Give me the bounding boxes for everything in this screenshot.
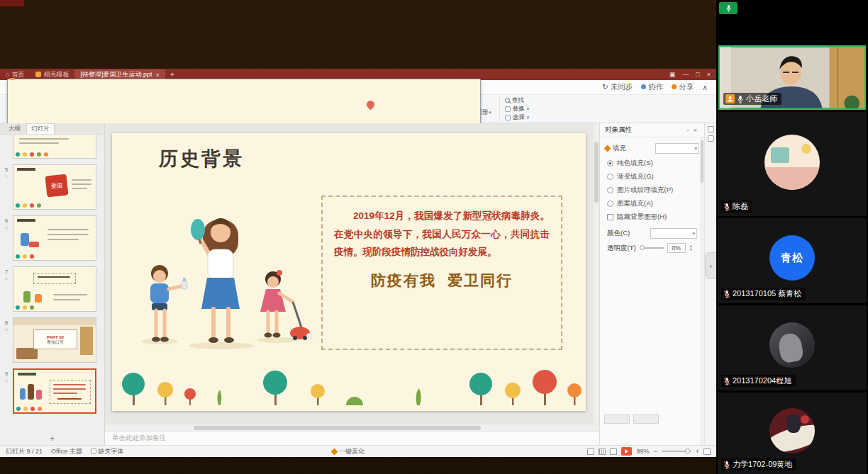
docer-icon: [35, 72, 41, 77]
fill-preset-select[interactable]: ▾: [655, 143, 699, 154]
trees-decoration: [112, 359, 586, 410]
collapse-panel-button[interactable]: ›: [705, 252, 716, 279]
normal-view-icon[interactable]: [587, 448, 594, 455]
minimize-icon[interactable]: —: [682, 71, 689, 78]
option-gradient-fill[interactable]: 渐变填充(G): [600, 170, 704, 184]
share-button[interactable]: 分享: [672, 82, 694, 92]
close-window-icon[interactable]: ×: [707, 71, 711, 78]
animation-tab-icon[interactable]: [708, 135, 714, 142]
replace-button[interactable]: 替换▾: [505, 105, 530, 113]
step-down-icon: ▼: [689, 248, 693, 252]
aiguo-stamp: 爱国: [45, 174, 69, 198]
new-slide-ribbon-button[interactable]: 新建幻灯片▾: [63, 105, 96, 113]
radio-icon: [607, 160, 613, 167]
radio-icon: [607, 187, 613, 193]
participant-nameplate: 2013170105 蔡青松: [721, 288, 806, 300]
transparency-slider[interactable]: [640, 247, 664, 249]
meeting-mic-indicator[interactable]: [719, 2, 738, 14]
slides-tab[interactable]: 幻灯片: [26, 123, 55, 134]
participant-name: 小岳老师: [746, 94, 777, 104]
collaborate-button[interactable]: 协作: [641, 82, 663, 92]
checkbox-icon: [607, 214, 613, 220]
slide-text-box[interactable]: 2019年12月，我国爆发了新型冠状病毒肺炎。在党中央的领导下，我国人民万众一心…: [321, 196, 562, 350]
fill-group-icon: [604, 145, 611, 152]
video-tile-participant[interactable]: 青松 2013170105 蔡青松: [718, 218, 867, 303]
avatar-chenlei: [764, 135, 820, 190]
maximize-icon[interactable]: □: [696, 71, 699, 78]
zoom-slider[interactable]: [662, 451, 691, 452]
option-pattern-fill[interactable]: 图案填充(A): [600, 197, 704, 210]
slide-thumbnail-selected[interactable]: 9☆: [1, 368, 101, 414]
outline-tab[interactable]: 大纲: [4, 124, 25, 134]
horizontal-scrollbar[interactable]: [105, 424, 599, 431]
sync-label: 未同步: [611, 82, 633, 91]
home-icon: ⌂: [6, 71, 9, 78]
participant-name: 2013170105 蔡青松: [733, 288, 801, 299]
slide-thumbnail[interactable]: [1, 135, 101, 159]
panel-mini-button[interactable]: [604, 414, 630, 424]
slide-sorter-icon[interactable]: [599, 448, 606, 455]
close-panel-icon[interactable]: ×: [691, 127, 699, 134]
work-area: 大纲 幻灯片 5☆: [0, 123, 716, 445]
video-tile-teacher[interactable]: 小岳老师: [718, 45, 866, 110]
beautify-button[interactable]: 一键美化: [332, 447, 365, 456]
workspace-icon[interactable]: ▣: [669, 71, 676, 78]
participant-nameplate: 力学1702-09黄地: [721, 458, 796, 470]
properties-tab-icon[interactable]: [708, 126, 714, 132]
zoom-level: 99%: [636, 448, 649, 455]
templates-tab-label: 稻壳模板: [43, 70, 69, 79]
slide-editing-area[interactable]: 历史背景: [105, 123, 599, 424]
slide-canvas-column: 历史背景: [105, 123, 599, 445]
thumbnail-list: 5☆ 爱国 6☆: [0, 135, 104, 432]
wps-presentation-window: ⌂ 首页 稻壳模板 [待整理]爱国卫生运动.ppt × + ▣ — □ ×: [0, 69, 716, 457]
fit-window-icon[interactable]: [703, 448, 711, 455]
radio-icon: [607, 201, 613, 207]
meeting-participants-panel: 小岳老师 陈磊 青松 2013170105 蔡青松 2013170204程旭: [716, 0, 868, 474]
pin-icon[interactable]: ▫: [685, 127, 691, 134]
missing-font-warning[interactable]: 缺失字体: [91, 447, 124, 456]
current-slide[interactable]: 历史背景: [112, 133, 586, 411]
play-slideshow-button[interactable]: [621, 447, 632, 456]
find-button[interactable]: 查找: [505, 96, 530, 104]
video-tile-participant[interactable]: 力学1702-09黄地: [718, 393, 867, 474]
option-picture-fill[interactable]: 图片或纹理填充(P): [600, 184, 704, 197]
select-icon: [505, 115, 511, 120]
part-02-card: PART 02 宣传口号: [33, 329, 77, 349]
participant-nameplate: 小岳老师: [723, 93, 781, 105]
collaborate-icon: [641, 84, 646, 89]
notes-bar[interactable]: 单击此处添加备注: [105, 431, 599, 445]
mic-muted-icon: [723, 377, 730, 385]
option-solid-fill[interactable]: 纯色填充(S): [600, 157, 704, 170]
avatar-huangdi: [769, 408, 815, 453]
new-slide-button[interactable]: +: [0, 434, 104, 444]
avatar-qingsong: 青松: [769, 235, 815, 281]
theme-name[interactable]: Office 主题: [51, 447, 82, 456]
video-tile-participant[interactable]: 陈磊: [718, 112, 867, 216]
slide-thumbnail[interactable]: 7☆: [1, 266, 101, 312]
object-properties-panel: 对象属性 ▫ × 填充 ▾ 纯色填充(S) 渐变填充(G) 图片或纹理填充(P)…: [599, 123, 704, 445]
zoom-out-icon[interactable]: −: [653, 448, 657, 455]
slide-title[interactable]: 历史背景: [159, 146, 244, 171]
beautify-icon: [331, 448, 338, 455]
share-label: 分享: [679, 82, 694, 91]
zoom-in-icon[interactable]: +: [696, 448, 699, 455]
slide-thumbnail[interactable]: 6☆: [1, 215, 101, 261]
close-document-icon[interactable]: ×: [155, 72, 159, 79]
mic-muted-icon: [723, 203, 730, 211]
video-tile-participant[interactable]: 2013170204程旭: [718, 305, 867, 390]
select-button[interactable]: 选择▾: [505, 113, 530, 121]
slide-thumbnail[interactable]: 5☆ 爱国: [1, 164, 101, 210]
participant-name: 力学1702-09黄地: [733, 459, 792, 470]
sync-status[interactable]: ↻ 未同步: [602, 82, 633, 92]
status-bar: 幻灯片 9 / 21 Office 主题 缺失字体 一键美化 99% − +: [0, 445, 716, 457]
reading-view-icon[interactable]: [610, 448, 617, 455]
vertical-scrollbar[interactable]: [594, 123, 599, 424]
collapse-ribbon-icon[interactable]: ∧: [702, 83, 708, 91]
transparency-value[interactable]: 0%: [667, 243, 686, 253]
presenter-avatar-icon: [725, 94, 735, 103]
option-hide-background[interactable]: 隐藏背景图形(H): [600, 210, 704, 224]
slide-thumbnail[interactable]: 8☆ PART 02 宣传口号: [1, 317, 101, 363]
panel-mini-button[interactable]: [633, 414, 659, 424]
fill-group-label: 填充: [613, 144, 626, 153]
color-select[interactable]: ▾: [650, 228, 697, 239]
